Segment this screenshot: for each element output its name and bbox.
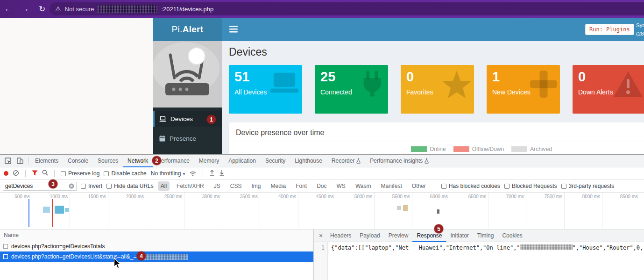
tab-headers[interactable]: Headers: [326, 230, 355, 242]
timeline-gridline: [412, 193, 412, 229]
preserve-log-checkbox[interactable]: Preserve log: [61, 170, 99, 177]
tab-performance[interactable]: Performance: [153, 155, 194, 167]
import-har-icon[interactable]: [209, 170, 215, 177]
tab-memory[interactable]: Memory: [194, 155, 224, 167]
disable-cache-checkbox[interactable]: Disable cache: [104, 170, 146, 177]
reload-icon[interactable]: ↻: [34, 4, 50, 14]
tab-console[interactable]: Console: [63, 155, 93, 167]
brand-bold: Alert: [183, 24, 204, 35]
filter-chip-js[interactable]: JS: [211, 181, 223, 191]
filter-chip-wasm[interactable]: Wasm: [353, 181, 374, 191]
app-main: Run: Plugins Sym (28, Devices 51 All Dev…: [222, 18, 644, 154]
navbar-user-info: Sym (28,: [636, 22, 644, 38]
sidebar-item-devices[interactable]: Devices: [153, 111, 222, 127]
address-bar[interactable]: ⚠ Not secure :20211/devices.php: [50, 2, 644, 15]
filter-input[interactable]: [5, 183, 67, 189]
sidebar-item-presence[interactable]: Presence: [153, 131, 222, 146]
card-connected[interactable]: 25 Connected: [315, 65, 388, 114]
divider: [435, 182, 435, 190]
checkbox-icon: [61, 171, 66, 176]
tab-elements[interactable]: Elements: [30, 155, 63, 167]
app-logo[interactable]: Pi.Alert: [153, 18, 222, 41]
response-content: {"data":[["laptop","Net - Huawei","Inter…: [328, 242, 644, 280]
invert-checkbox[interactable]: Invert: [81, 183, 102, 189]
hamburger-menu-icon[interactable]: [229, 26, 238, 35]
filter-chip-img[interactable]: Img: [248, 181, 263, 191]
card-new-devices[interactable]: 1 New Devices: [487, 65, 560, 114]
record-icon[interactable]: [4, 171, 8, 176]
browser-toolbar: ← → ↻ ⚠ Not secure :20211/devices.php: [0, 0, 644, 18]
checkbox-icon: [441, 184, 446, 189]
line-number: 1: [321, 244, 325, 251]
clear-filter-icon[interactable]: [69, 183, 74, 189]
filter-icon[interactable]: [32, 170, 38, 177]
back-icon[interactable]: ←: [0, 4, 17, 14]
checkbox-icon: [81, 184, 86, 189]
request-row-selected[interactable]: devices.php?action=getDevicesList&status…: [0, 251, 313, 262]
filter-chip-css[interactable]: CSS: [227, 181, 245, 191]
legend-swatch: [453, 146, 469, 152]
inspect-element-icon[interactable]: [2, 155, 14, 167]
tab-recorder[interactable]: Recorder: [327, 155, 365, 167]
close-icon[interactable]: ×: [316, 232, 326, 239]
hide-data-urls-checkbox[interactable]: Hide data URLs: [106, 183, 154, 189]
throttling-dropdown[interactable]: No throttling ▾: [151, 170, 185, 177]
timeline-label: 6000 ms: [420, 194, 448, 199]
response-viewer[interactable]: 1 {"data":[["laptop","Net - Huawei","Int…: [314, 242, 644, 280]
url-text: :20211/devices.php: [161, 6, 213, 13]
tab-cookies[interactable]: Cookies: [498, 230, 526, 242]
network-conditions-icon[interactable]: [189, 170, 197, 177]
device-toolbar-icon[interactable]: [14, 155, 26, 167]
clear-icon[interactable]: [13, 170, 19, 178]
detail-tabbar: × Headers Payload Preview Response Initi…: [314, 230, 644, 242]
tab-security[interactable]: Security: [261, 155, 290, 167]
network-timeline-overview[interactable]: 500 ms1000 ms1500 ms2000 ms2500 ms3000 m…: [0, 193, 644, 230]
filter-chip-font[interactable]: Font: [293, 181, 310, 191]
tab-response[interactable]: Response: [412, 230, 446, 242]
legend-swatch: [511, 146, 527, 152]
tab-payload[interactable]: Payload: [355, 230, 384, 242]
timeline-label: 7500 ms: [534, 194, 562, 199]
run-plugins-button[interactable]: Run: Plugins: [585, 24, 634, 35]
card-favorites[interactable]: 0 Favorites: [401, 65, 474, 114]
tab-performance-insights[interactable]: Performance insights: [365, 155, 433, 167]
blocked-requests-checkbox[interactable]: Blocked Requests: [504, 183, 557, 189]
tab-application[interactable]: Application: [224, 155, 261, 167]
timeline-gridline: [488, 193, 488, 229]
checkbox-label: Disable cache: [111, 170, 146, 177]
has-blocked-cookies-checkbox[interactable]: Has blocked cookies: [441, 183, 500, 189]
timeline-label: 4500 ms: [306, 194, 334, 199]
card-down-alerts[interactable]: 0 Down Alerts: [573, 65, 644, 114]
laptop-icon: [159, 116, 166, 122]
tab-label: Recorder: [332, 158, 354, 164]
tab-lighthouse[interactable]: Lighthouse: [290, 155, 327, 167]
divider: [229, 142, 644, 142]
tab-network[interactable]: Network: [123, 155, 153, 167]
requests-name-header[interactable]: Name: [0, 230, 313, 241]
card-all-devices[interactable]: 51 All Devices: [229, 65, 302, 114]
filter-chip-doc[interactable]: Doc: [314, 181, 329, 191]
export-har-icon[interactable]: [219, 170, 225, 177]
filter-chip-manifest[interactable]: Manifest: [378, 181, 404, 191]
tab-preview[interactable]: Preview: [384, 230, 413, 242]
search-icon[interactable]: [42, 170, 48, 177]
filter-chip-fetch-xhr[interactable]: Fetch/XHR: [174, 181, 207, 191]
filter-chip-ws[interactable]: WS: [334, 181, 348, 191]
forward-icon[interactable]: →: [17, 4, 34, 14]
timeline-label: 7000 ms: [496, 194, 524, 199]
checkbox-icon: [561, 184, 566, 189]
filter-chip-other[interactable]: Other: [409, 181, 429, 191]
tab-timing[interactable]: Timing: [473, 230, 498, 242]
response-text: {"data":[["laptop","Net - Huawei","Inter…: [331, 244, 520, 251]
filter-chip-media[interactable]: Media: [268, 181, 289, 191]
sidebar-item-label: Devices: [170, 115, 193, 122]
tab-initiator[interactable]: Initiator: [446, 230, 473, 242]
filter-chip-all[interactable]: All: [158, 181, 170, 191]
sidebar: Pi.Alert: [153, 18, 222, 154]
request-row[interactable]: devices.php?action=getDevicesTotals: [0, 241, 313, 251]
checkbox-icon: [106, 184, 112, 189]
not-secure-label[interactable]: Not secure: [65, 6, 94, 13]
tab-sources[interactable]: Sources: [93, 155, 123, 167]
third-party-requests-checkbox[interactable]: 3rd-party requests: [561, 183, 614, 189]
timeline-gridline: [184, 193, 184, 229]
